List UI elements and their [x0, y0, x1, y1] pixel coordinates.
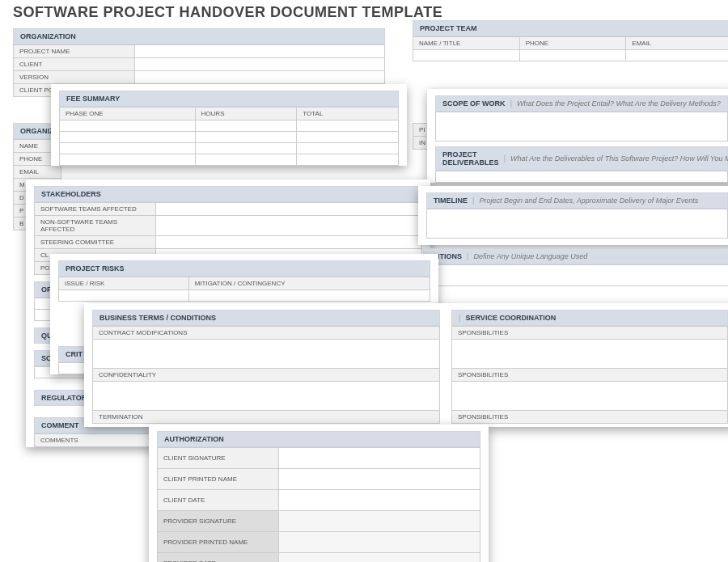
definitions-hint: Define Any Unique Language Used: [474, 252, 588, 260]
fee-cell[interactable]: [195, 120, 297, 132]
pt-cell[interactable]: [519, 50, 626, 61]
risks-header: PROJECT RISKS: [66, 264, 125, 273]
service-coord-header: SERVICE COORDINATION: [466, 314, 557, 322]
page-title: SOFTWARE PROJECT HANDOVER DOCUMENT TEMPL…: [13, 4, 442, 21]
timeline-body[interactable]: [427, 209, 728, 239]
comment-header: COMMENT: [41, 421, 79, 429]
scope-body[interactable]: [436, 112, 728, 142]
auth-row-2: CLIENT DATE: [158, 490, 279, 511]
auth-val-3[interactable]: [279, 511, 480, 532]
biz-row-0: CONTRACT MODIFICATIONS: [93, 327, 440, 340]
risks-col-issue: ISSUE / RISK: [59, 277, 189, 290]
pt-col-email: EMAIL: [626, 37, 728, 50]
sc-row-1: SPONSIBILITIES: [452, 369, 728, 382]
stakeholders-header: STAKEHOLDERS: [41, 190, 101, 198]
sc-val-0[interactable]: [452, 340, 728, 369]
risk-cell[interactable]: [188, 290, 430, 302]
biz-val-0[interactable]: [93, 340, 440, 369]
fee-cell[interactable]: [60, 120, 196, 132]
fee-col-phase: PHASE ONE: [60, 108, 196, 120]
fee-cell[interactable]: [195, 154, 297, 166]
timeline-header: TIMELINE: [434, 196, 468, 205]
authorization-header: AUTHORIZATION: [164, 435, 224, 443]
deliverables-body[interactable]: [436, 171, 728, 183]
biz-header: BUSINESS TERMS / CONDITIONS: [99, 314, 216, 322]
biz-row-1: CONFIDENTIALITY: [93, 369, 440, 382]
risk-cell[interactable]: [59, 290, 189, 302]
org-row-client: CLIENT: [14, 58, 135, 71]
timeline-hint: Project Begin and End Dates, Approximate…: [480, 196, 699, 205]
pt-cell[interactable]: [413, 50, 520, 61]
fee-cell[interactable]: [60, 132, 196, 143]
pt-cell[interactable]: [626, 50, 728, 61]
auth-val-5[interactable]: [279, 553, 480, 563]
stake-row-0: SOFTWARE TEAMS AFFECTED: [35, 203, 156, 216]
timeline-panel: TIMELINE|Project Begin and End Dates, Ap…: [418, 186, 728, 245]
org-row-version: VERSION: [14, 71, 135, 84]
org-val-project-name[interactable]: [135, 45, 385, 58]
stake-val[interactable]: [156, 203, 422, 216]
sc-row-2: SPONSIBILITIES: [452, 411, 728, 424]
fee-cell[interactable]: [297, 132, 399, 143]
authorization-panel: AUTHORIZATION CLIENT SIGNATURE CLIENT PR…: [149, 425, 489, 562]
organiz2-header: ORGANIZ: [20, 127, 54, 135]
biz-row-2: TERMINATION: [93, 411, 440, 424]
project-team-header: PROJECT TEAM: [420, 24, 477, 32]
risks-col-mitigation: MITIGATION / CONTINGENCY: [188, 277, 430, 290]
auth-row-3: PROVIDER SIGNATURE: [158, 511, 279, 532]
fee-col-total: TOTAL: [297, 108, 399, 120]
biz-val-1[interactable]: [93, 382, 440, 411]
sc-row-0: SPONSIBILITIES: [452, 327, 728, 340]
sc-val-1[interactable]: [452, 382, 728, 411]
fee-col-hours: HOURS: [195, 108, 297, 120]
org-row-project-name: PROJECT NAME: [14, 45, 135, 58]
auth-val-0[interactable]: [279, 448, 480, 469]
fee-cell[interactable]: [297, 143, 399, 154]
definitions-panel: INITIONS|Define Any Unique Language Used: [423, 248, 728, 286]
fee-summary-header: FEE SUMMARY: [66, 95, 120, 103]
fee-cell[interactable]: [297, 120, 399, 132]
org-val-version[interactable]: [135, 71, 385, 84]
auth-row-4: PROVIDER PRINTED NAME: [158, 532, 279, 553]
definitions-body[interactable]: [424, 265, 729, 286]
pt-col-phone: PHONE: [519, 37, 626, 50]
org-val-client[interactable]: [135, 58, 385, 71]
deliverables-hint: What Are the Deliverables of This Softwa…: [510, 154, 728, 163]
stake-row-2: STEERING COMMITTEE: [35, 236, 156, 249]
auth-val-1[interactable]: [279, 469, 480, 490]
fee-cell[interactable]: [195, 143, 297, 154]
auth-val-2[interactable]: [279, 490, 480, 511]
auth-row-0: CLIENT SIGNATURE: [158, 448, 279, 469]
deliverables-header: PROJECT DELIVERABLES: [442, 150, 499, 167]
fee-cell[interactable]: [60, 154, 196, 166]
fee-cell[interactable]: [297, 154, 399, 166]
scope-deliverables-panel: SCOPE OF WORK|What Does the Project Enta…: [427, 89, 728, 183]
stake-row-1: NON-SOFTWARE TEAMS AFFECTED: [35, 216, 156, 236]
biz-service-panel: BUSINESS TERMS / CONDITIONS CONTRACT MOD…: [84, 303, 728, 427]
pt-col-name: NAME / TITLE: [413, 37, 520, 50]
organiz2-row-2: EMAIL: [14, 166, 61, 179]
scope-header: SCOPE OF WORK: [442, 99, 506, 108]
crit-header: CRIT: [66, 350, 83, 358]
stake-val[interactable]: [156, 236, 422, 249]
fee-summary-panel: FEE SUMMARY PHASE ONE HOURS TOTAL: [51, 84, 407, 166]
auth-row-5: PROVIDER DATE: [158, 553, 279, 563]
stake-val[interactable]: [156, 216, 422, 236]
auth-row-1: CLIENT PRINTED NAME: [158, 469, 279, 490]
auth-val-4[interactable]: [279, 532, 480, 553]
organization-header: ORGANIZATION: [20, 32, 76, 40]
project-team-section: PROJECT TEAM NAME / TITLE PHONE EMAIL: [413, 20, 728, 61]
fee-cell[interactable]: [60, 143, 196, 154]
scope-hint: What Does the Project Entail? What Are t…: [517, 99, 721, 108]
fee-cell[interactable]: [195, 132, 297, 143]
